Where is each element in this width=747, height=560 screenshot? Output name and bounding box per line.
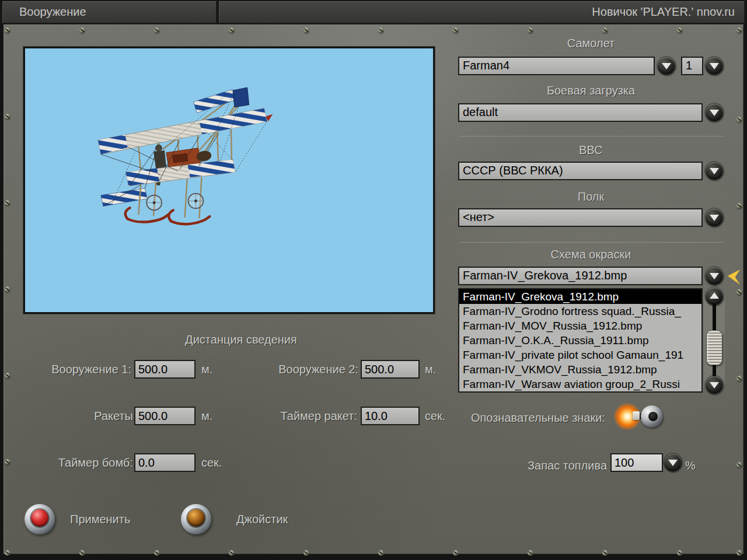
separator — [459, 242, 724, 243]
weapon1-input[interactable] — [134, 360, 196, 379]
screw-icon — [79, 550, 85, 556]
skin-list-item[interactable]: Farman-IV_Warsaw aviation group_2_Russi — [459, 377, 701, 391]
screw-icon — [602, 27, 608, 33]
aircraft-preview — [23, 47, 435, 314]
screw-icon — [154, 27, 160, 33]
fuel-label: Запас топлива — [461, 459, 607, 473]
chevron-down-icon — [662, 63, 671, 69]
airforce-combobox[interactable]: СССР (ВВС РККА) — [458, 162, 703, 180]
plane-combobox[interactable]: Farman4 — [458, 57, 655, 75]
apply-button-label: Применить — [70, 513, 130, 526]
rockets-unit: м. — [201, 410, 212, 423]
screw-icon — [677, 550, 683, 556]
loadout-dropdown-button[interactable] — [706, 104, 723, 121]
screw-icon — [5, 114, 11, 120]
joystick-button-label: Джойстик — [236, 513, 288, 526]
weapon2-input[interactable] — [361, 360, 420, 379]
skin-combobox[interactable]: Farman-IV_Grekova_1912.bmp — [458, 267, 703, 285]
tab-armament[interactable]: Вооружение — [2, 1, 217, 23]
scroll-up-button[interactable] — [706, 288, 723, 305]
screw-icon — [5, 459, 11, 465]
screw-icon — [303, 27, 309, 33]
regiment-value: <нет> — [463, 211, 494, 223]
screw-icon — [736, 550, 742, 556]
rocket-timer-unit: сек. — [425, 410, 445, 423]
toggle-lever-tip-icon — [633, 411, 640, 420]
screw-icon — [5, 286, 11, 292]
plane-count-field[interactable]: 1 — [681, 57, 703, 75]
chevron-down-icon — [710, 215, 719, 221]
loadout-label: Боевая загрузка — [458, 84, 724, 97]
convergence-title: Дистанция сведения — [95, 333, 387, 346]
screw-icon — [736, 117, 742, 123]
chevron-up-icon — [710, 292, 719, 299]
skin-list-item[interactable]: Farman-IV_Grekova_1912.bmp — [459, 289, 701, 304]
screw-icon — [79, 27, 85, 33]
skin-list-item[interactable]: Farman-IV_Grodno fortress squad._Russia_ — [459, 304, 701, 318]
red-pushbutton-icon — [31, 509, 48, 527]
fuel-dropdown-button[interactable] — [664, 454, 682, 471]
screw-icon — [736, 27, 742, 33]
bomb-timer-label: Таймер бомб: — [16, 456, 133, 470]
loadout-value: default — [463, 106, 498, 118]
plane-dropdown-button[interactable] — [658, 57, 675, 75]
weapon1-label: Вооружение 1: — [15, 363, 131, 376]
scroll-down-button[interactable] — [706, 376, 723, 394]
plane-label: Самолет — [458, 37, 724, 50]
airforce-label: ВВС — [458, 144, 724, 157]
screw-icon — [736, 376, 742, 382]
chevron-down-icon — [710, 110, 719, 116]
farman-biplane-image — [25, 48, 433, 312]
weapon2-unit: м. — [425, 363, 436, 376]
screw-icon — [736, 203, 742, 209]
markings-label: Опознавательные знаки: — [459, 411, 605, 425]
screw-icon — [453, 550, 459, 556]
skin-label: Схема окраски — [458, 248, 724, 261]
regiment-dropdown-button[interactable] — [706, 209, 723, 226]
screw-icon — [154, 550, 160, 556]
regiment-combobox[interactable]: <нет> — [458, 208, 703, 227]
screw-icon — [528, 27, 533, 33]
plane-value: Farman4 — [463, 59, 509, 72]
screw-icon — [5, 200, 11, 206]
rocket-timer-input[interactable] — [361, 407, 420, 425]
skin-value: Farman-IV_Grekova_1912.bmp — [463, 269, 627, 282]
weapon2-label: Вооружение 2: — [242, 363, 358, 376]
apply-button[interactable] — [25, 504, 55, 534]
bomb-timer-unit: сек. — [201, 456, 222, 470]
skin-listbox: Farman-IV_Grekova_1912.bmp Farman-IV_Gro… — [458, 288, 703, 393]
rockets-input[interactable] — [134, 407, 196, 425]
screw-icon — [229, 27, 235, 33]
plane-count-value: 1 — [686, 59, 692, 72]
weapon1-unit: м. — [201, 363, 212, 376]
chevron-down-icon — [668, 460, 678, 466]
scrollbar-thumb[interactable] — [706, 330, 722, 365]
screw-icon — [378, 550, 384, 556]
rockets-label: Ракеты — [46, 410, 133, 423]
titlebar: Вооружение Новичок 'PLAYER.' nnov.ru — [0, 0, 747, 24]
screw-icon — [453, 27, 459, 33]
fuel-input[interactable] — [610, 453, 663, 472]
bomb-timer-input[interactable] — [134, 453, 196, 472]
screw-icon — [303, 550, 309, 556]
amber-pushbutton-icon — [187, 509, 205, 527]
chevron-down-icon — [710, 273, 719, 279]
airforce-value: СССР (ВВС РККА) — [463, 164, 563, 177]
screw-icon — [229, 550, 235, 556]
skin-list-item[interactable]: Farman-IV_VKMOV_Russia_1912.bmp — [459, 362, 701, 377]
skin-list-item[interactable]: Farman-IV_private pilot school Gamaun_19… — [459, 348, 701, 362]
plane-count-dropdown-button[interactable] — [706, 57, 723, 75]
skin-dropdown-button[interactable] — [706, 267, 723, 285]
screw-icon — [736, 462, 742, 468]
separator — [459, 136, 724, 136]
loadout-combobox[interactable]: default — [458, 103, 703, 122]
markings-toggle-switch[interactable] — [641, 405, 663, 428]
screw-icon — [5, 550, 11, 556]
regiment-label: Полк — [458, 190, 724, 204]
skin-list-item[interactable]: Farman-IV_O.K.A._Russia_1911.bmp — [459, 333, 701, 348]
player-name-tab[interactable]: Новичок 'PLAYER.' nnov.ru — [219, 1, 745, 23]
joystick-button[interactable] — [181, 504, 211, 534]
airforce-dropdown-button[interactable] — [706, 162, 723, 180]
skin-list-item[interactable]: Farman-IV_MOV_Russia_1912.bmp — [459, 318, 701, 333]
screw-icon — [736, 289, 742, 295]
